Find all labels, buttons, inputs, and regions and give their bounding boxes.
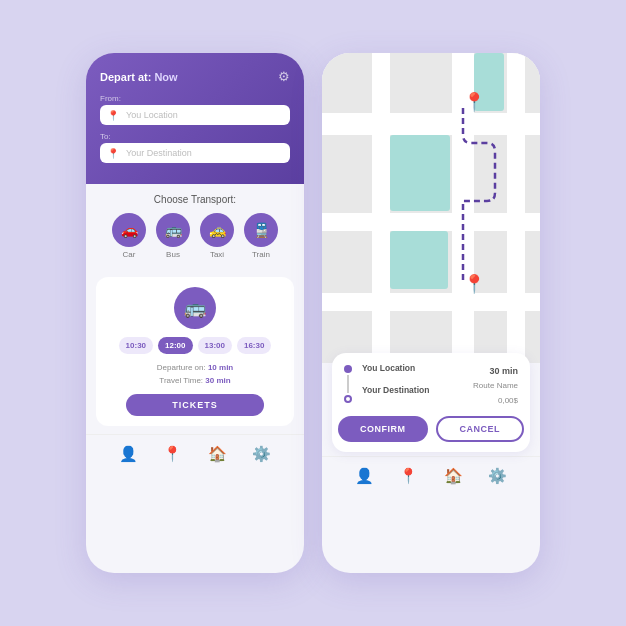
dot-line (347, 375, 349, 393)
action-buttons: CONFIRM CANCEL (344, 416, 518, 442)
pin-bottom: 📍 (463, 273, 485, 295)
from-location: You Location (362, 363, 463, 373)
nav-home-icon[interactable]: 🏠 (208, 445, 227, 463)
departure-info: Departure on: 10 min Travel Time: 30 min (106, 362, 284, 388)
from-input-group: From: 📍 You Location (100, 94, 290, 125)
from-pin-icon: 📍 (107, 110, 119, 121)
bottom-nav-right: 👤 📍 🏠 ⚙️ (322, 456, 540, 495)
car-circle: 🚗 (112, 213, 146, 247)
route-info: 30 min Route Name 0,00$ (473, 363, 518, 408)
taxi-circle: 🚕 (200, 213, 234, 247)
schedule-section: 🚌 10:30 12:00 13:00 16:30 Departure on: … (96, 277, 294, 426)
nav-person-icon[interactable]: 👤 (119, 445, 138, 463)
nav-location-icon-r[interactable]: 📍 (399, 467, 418, 485)
car-label: Car (123, 250, 136, 259)
phones-container: Depart at: Now ⚙ From: 📍 You Location To… (86, 53, 540, 573)
route-svg (322, 53, 540, 363)
time-slot-1300[interactable]: 13:00 (198, 337, 232, 354)
bottom-nav-left: 👤 📍 🏠 ⚙️ (86, 434, 304, 473)
to-location: Your Destination (362, 385, 463, 395)
transport-train[interactable]: 🚆 Train (244, 213, 278, 259)
nav-home-icon-r[interactable]: 🏠 (444, 467, 463, 485)
time-slot-1200[interactable]: 12:00 (158, 337, 192, 354)
bus-label: Bus (166, 250, 180, 259)
confirm-button[interactable]: CONFIRM (338, 416, 428, 442)
taxi-label: Taxi (210, 250, 224, 259)
dot-dest (344, 395, 352, 403)
train-circle: 🚆 (244, 213, 278, 247)
info-card-top: You Location Your Destination 30 min Rou… (344, 363, 518, 408)
nav-settings-icon[interactable]: ⚙️ (252, 445, 271, 463)
dot-origin (344, 365, 352, 373)
time-slots: 10:30 12:00 13:00 16:30 (106, 337, 284, 354)
to-pin-icon: 📍 (107, 148, 119, 159)
locations: You Location Your Destination (362, 363, 463, 408)
info-card: You Location Your Destination 30 min Rou… (332, 353, 530, 452)
bus-icon-center: 🚌 (106, 287, 284, 329)
nav-settings-icon-r[interactable]: ⚙️ (488, 467, 507, 485)
transport-title: Choose Transport: (100, 194, 290, 205)
map-bg: 📍 📍 (322, 53, 540, 363)
depart-label: Depart at: Now (100, 71, 178, 83)
cancel-button[interactable]: CANCEL (436, 416, 525, 442)
phone-right: 📍 📍 You Location Your Destination 30 min… (322, 53, 540, 573)
pin-top: 📍 (463, 91, 485, 113)
to-label: To: (100, 132, 290, 141)
nav-location-icon[interactable]: 📍 (163, 445, 182, 463)
from-input[interactable]: 📍 You Location (100, 105, 290, 125)
from-label: From: (100, 94, 290, 103)
bus-circle: 🚌 (156, 213, 190, 247)
transport-car[interactable]: 🚗 Car (112, 213, 146, 259)
transport-section: Choose Transport: 🚗 Car 🚌 Bus 🚕 Taxi 🚆 T… (86, 184, 304, 269)
train-label: Train (252, 250, 270, 259)
route-dots (344, 363, 352, 408)
time-slot-1030[interactable]: 10:30 (119, 337, 153, 354)
gear-icon[interactable]: ⚙ (278, 69, 290, 84)
bus-circle-large: 🚌 (174, 287, 216, 329)
phone-left: Depart at: Now ⚙ From: 📍 You Location To… (86, 53, 304, 573)
tickets-button[interactable]: TICKETS (126, 394, 264, 416)
transport-icons: 🚗 Car 🚌 Bus 🚕 Taxi 🚆 Train (100, 213, 290, 259)
time-slot-1630[interactable]: 16:30 (237, 337, 271, 354)
transport-bus[interactable]: 🚌 Bus (156, 213, 190, 259)
to-input-group: To: 📍 Your Destination (100, 132, 290, 163)
transport-taxi[interactable]: 🚕 Taxi (200, 213, 234, 259)
to-input[interactable]: 📍 Your Destination (100, 143, 290, 163)
nav-person-icon-r[interactable]: 👤 (355, 467, 374, 485)
left-header: Depart at: Now ⚙ From: 📍 You Location To… (86, 53, 304, 184)
map-area: 📍 📍 (322, 53, 540, 363)
